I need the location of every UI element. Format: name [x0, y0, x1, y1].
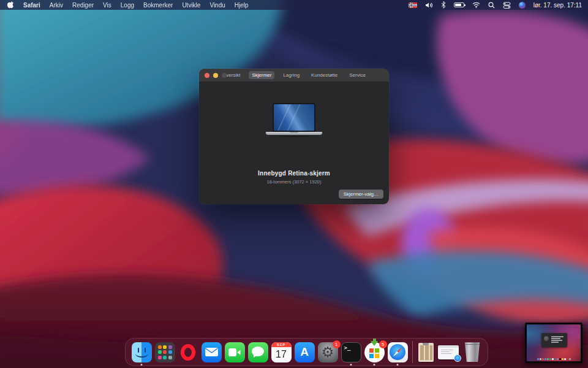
wifi-icon[interactable]	[472, 2, 480, 8]
dock-item-app-store[interactable]: A	[293, 338, 315, 366]
document-stack-icon	[418, 343, 434, 362]
calendar-month: SEP	[271, 342, 292, 347]
dock-item-system-preferences[interactable]: ⚙ 1	[317, 338, 339, 366]
tab-skjermer[interactable]: Skjermer	[249, 71, 274, 79]
dock-item-finder[interactable]	[130, 338, 153, 366]
minimize-button[interactable]	[213, 73, 218, 78]
keyboard-layout-flag-icon[interactable]	[409, 2, 417, 8]
dock-item-messages[interactable]	[247, 338, 269, 366]
dock-item-minimized-window[interactable]	[436, 338, 461, 366]
menu-vis[interactable]: Vis	[103, 2, 111, 9]
menu-utvikle[interactable]: Utvikle	[182, 2, 200, 9]
notification-badge: 1	[333, 340, 341, 348]
opera-icon	[178, 342, 198, 362]
messages-icon	[248, 342, 268, 362]
display-name: Innebygd Retina-skjerm	[199, 170, 389, 177]
safari-icon	[388, 342, 408, 362]
displays-preferences-button[interactable]: Skjermer-valg…	[339, 190, 383, 199]
menu-bokmerker[interactable]: Bokmerker	[143, 2, 173, 9]
macbook-screen	[273, 103, 315, 132]
menu-logg[interactable]: Logg	[121, 2, 134, 9]
running-indicator	[141, 364, 143, 366]
notification-badge: 5	[379, 340, 387, 348]
menu-bar: Safari Arkiv Rediger Vis Logg Bokmerker …	[0, 0, 588, 10]
finder-icon	[132, 342, 152, 362]
menu-hjelp[interactable]: Hjelp	[235, 2, 249, 9]
window-content: Innebygd Retina-skjerm 16-tommers (3072 …	[199, 82, 389, 204]
running-indicator	[374, 364, 375, 366]
zoom-button-disabled	[222, 73, 227, 78]
safari-mini-badge-icon	[454, 355, 461, 362]
menu-vindu[interactable]: Vindu	[209, 2, 225, 9]
display-spec: 16-tommers (3072 × 1920)	[199, 179, 389, 185]
menu-bar-clock[interactable]: lør. 17. sep. 17:11	[533, 2, 582, 9]
menu-rediger[interactable]: Rediger	[72, 2, 94, 9]
tab-lagring[interactable]: Lagring	[280, 71, 303, 79]
calendar-icon: SEP 17	[271, 342, 292, 362]
menu-arkiv[interactable]: Arkiv	[50, 2, 63, 9]
microsoft-autoupdate-icon: 5	[364, 342, 385, 362]
screenshot-mini-desktop	[527, 324, 581, 361]
calendar-day: 17	[271, 347, 292, 361]
tab-service[interactable]: Service	[346, 71, 369, 79]
dock-item-mail[interactable]	[200, 338, 222, 366]
terminal-icon: >_	[341, 342, 361, 362]
battery-icon[interactable]	[454, 2, 464, 7]
macbook-illustration	[266, 103, 322, 137]
about-this-mac-window: Oversikt Skjermer Lagring Kundestøtte Se…	[199, 69, 389, 204]
dock: SEP 17 A ⚙ 1 >_ 5	[125, 338, 488, 366]
desktop: Safari Arkiv Rediger Vis Logg Bokmerker …	[0, 0, 588, 368]
dock-item-microsoft-autoupdate[interactable]: 5	[363, 338, 385, 366]
screenshot-mini-dock	[533, 358, 575, 360]
macbook-base	[266, 132, 322, 135]
facetime-icon	[225, 342, 245, 362]
mail-icon	[202, 342, 222, 362]
control-center-icon[interactable]	[503, 2, 511, 9]
dock-item-launchpad[interactable]	[154, 338, 176, 366]
dock-divider	[412, 341, 413, 363]
menu-app-name[interactable]: Safari	[23, 2, 40, 9]
screenshot-preview-thumbnail[interactable]	[525, 323, 582, 363]
app-store-icon: A	[295, 342, 315, 362]
dock-item-terminal[interactable]: >_	[340, 338, 362, 366]
screenshot-mini-window	[541, 333, 567, 347]
dock-item-opera[interactable]	[177, 338, 199, 366]
launchpad-icon	[155, 342, 175, 362]
apple-menu-icon[interactable]	[7, 1, 14, 9]
about-tabs: Oversikt Skjermer Lagring Kundestøtte Se…	[219, 71, 369, 79]
bluetooth-icon[interactable]	[441, 1, 446, 9]
volume-icon[interactable]	[425, 2, 433, 9]
running-indicator	[397, 364, 399, 366]
siri-icon[interactable]	[519, 2, 526, 9]
window-title-bar[interactable]: Oversikt Skjermer Lagring Kundestøtte Se…	[199, 69, 389, 82]
minimized-window-thumbnail	[438, 345, 459, 359]
close-button[interactable]	[205, 73, 209, 78]
system-preferences-icon: ⚙ 1	[318, 342, 338, 362]
dock-item-trash[interactable]	[462, 338, 483, 366]
dock-item-calendar[interactable]: SEP 17	[270, 338, 292, 366]
tab-kundestotte[interactable]: Kundestøtte	[308, 71, 341, 79]
trash-icon	[464, 342, 481, 362]
dock-item-safari[interactable]	[386, 338, 409, 366]
download-arrow-icon	[371, 341, 378, 346]
dock-item-facetime[interactable]	[224, 338, 246, 366]
running-indicator	[350, 364, 352, 366]
dock-item-documents[interactable]	[417, 338, 435, 366]
spotlight-search-icon[interactable]	[488, 2, 495, 9]
